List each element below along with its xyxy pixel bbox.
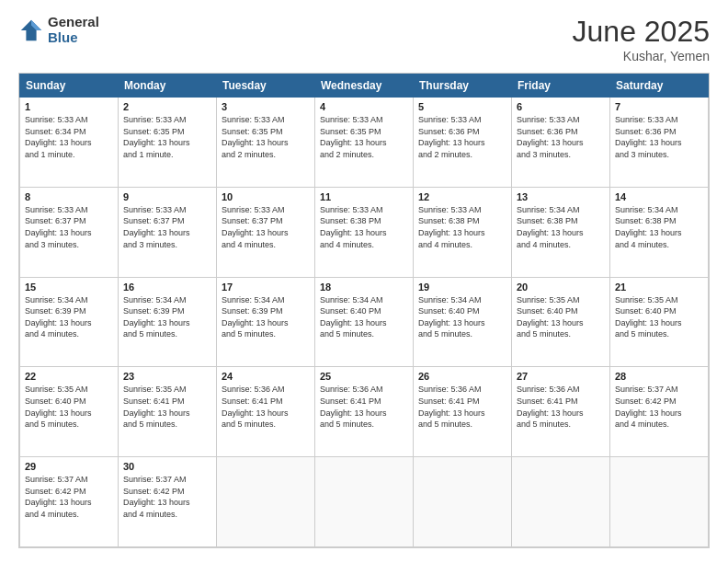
calendar-header: SundayMondayTuesdayWednesdayThursdayFrid… bbox=[20, 75, 709, 98]
logo-text: General Blue bbox=[48, 15, 99, 45]
day-cell: 8Sunrise: 5:33 AM Sunset: 6:37 PM Daylig… bbox=[20, 187, 119, 277]
day-cell: 1Sunrise: 5:33 AM Sunset: 6:34 PM Daylig… bbox=[20, 98, 119, 188]
day-cell: 15Sunrise: 5:34 AM Sunset: 6:39 PM Dayli… bbox=[20, 277, 119, 367]
day-info: Sunrise: 5:34 AM Sunset: 6:40 PM Dayligh… bbox=[320, 294, 408, 340]
day-cell: 2Sunrise: 5:33 AM Sunset: 6:35 PM Daylig… bbox=[119, 98, 217, 188]
logo-icon bbox=[18, 17, 44, 43]
day-cell bbox=[217, 457, 315, 547]
location: Kushar, Yemen bbox=[573, 49, 710, 63]
day-info: Sunrise: 5:34 AM Sunset: 6:38 PM Dayligh… bbox=[615, 204, 703, 250]
week-row-3: 22Sunrise: 5:35 AM Sunset: 6:40 PM Dayli… bbox=[20, 367, 709, 457]
day-info: Sunrise: 5:35 AM Sunset: 6:40 PM Dayligh… bbox=[615, 294, 703, 340]
day-cell: 7Sunrise: 5:33 AM Sunset: 6:36 PM Daylig… bbox=[610, 98, 709, 188]
day-number: 29 bbox=[25, 461, 113, 472]
day-info: Sunrise: 5:35 AM Sunset: 6:41 PM Dayligh… bbox=[123, 384, 211, 430]
day-number: 19 bbox=[418, 282, 506, 293]
day-cell: 28Sunrise: 5:37 AM Sunset: 6:42 PM Dayli… bbox=[610, 367, 709, 457]
day-cell: 4Sunrise: 5:33 AM Sunset: 6:35 PM Daylig… bbox=[315, 98, 414, 188]
day-number: 26 bbox=[418, 371, 506, 382]
week-row-2: 15Sunrise: 5:34 AM Sunset: 6:39 PM Dayli… bbox=[20, 277, 709, 367]
day-cell: 16Sunrise: 5:34 AM Sunset: 6:39 PM Dayli… bbox=[119, 277, 217, 367]
day-cell bbox=[315, 457, 414, 547]
week-row-4: 29Sunrise: 5:37 AM Sunset: 6:42 PM Dayli… bbox=[20, 457, 709, 547]
day-number: 5 bbox=[418, 101, 506, 112]
header-day-thursday: Thursday bbox=[414, 75, 512, 98]
day-number: 27 bbox=[517, 371, 605, 382]
day-number: 13 bbox=[517, 191, 605, 202]
day-cell: 19Sunrise: 5:34 AM Sunset: 6:40 PM Dayli… bbox=[414, 277, 512, 367]
day-number: 20 bbox=[517, 282, 605, 293]
day-cell: 30Sunrise: 5:37 AM Sunset: 6:42 PM Dayli… bbox=[119, 457, 217, 547]
day-number: 9 bbox=[123, 191, 211, 202]
day-number: 7 bbox=[615, 101, 703, 112]
day-info: Sunrise: 5:33 AM Sunset: 6:35 PM Dayligh… bbox=[123, 114, 211, 160]
header-day-friday: Friday bbox=[512, 75, 610, 98]
day-cell: 12Sunrise: 5:33 AM Sunset: 6:38 PM Dayli… bbox=[414, 187, 512, 277]
day-info: Sunrise: 5:36 AM Sunset: 6:41 PM Dayligh… bbox=[320, 384, 408, 430]
header-day-tuesday: Tuesday bbox=[217, 75, 315, 98]
day-info: Sunrise: 5:33 AM Sunset: 6:36 PM Dayligh… bbox=[418, 114, 506, 160]
week-row-1: 8Sunrise: 5:33 AM Sunset: 6:37 PM Daylig… bbox=[20, 187, 709, 277]
day-number: 23 bbox=[123, 371, 211, 382]
day-info: Sunrise: 5:33 AM Sunset: 6:35 PM Dayligh… bbox=[320, 114, 408, 160]
day-cell bbox=[610, 457, 709, 547]
day-info: Sunrise: 5:34 AM Sunset: 6:38 PM Dayligh… bbox=[517, 204, 605, 250]
day-info: Sunrise: 5:36 AM Sunset: 6:41 PM Dayligh… bbox=[418, 384, 506, 430]
calendar: SundayMondayTuesdayWednesdayThursdayFrid… bbox=[18, 73, 710, 548]
day-cell: 5Sunrise: 5:33 AM Sunset: 6:36 PM Daylig… bbox=[414, 98, 512, 188]
day-number: 6 bbox=[517, 101, 605, 112]
day-number: 4 bbox=[320, 101, 408, 112]
day-info: Sunrise: 5:34 AM Sunset: 6:39 PM Dayligh… bbox=[25, 294, 113, 340]
day-info: Sunrise: 5:33 AM Sunset: 6:35 PM Dayligh… bbox=[222, 114, 310, 160]
day-cell: 29Sunrise: 5:37 AM Sunset: 6:42 PM Dayli… bbox=[20, 457, 119, 547]
day-number: 10 bbox=[222, 191, 310, 202]
day-number: 21 bbox=[615, 282, 703, 293]
header: General Blue June 2025 Kushar, Yemen bbox=[18, 15, 710, 63]
day-info: Sunrise: 5:33 AM Sunset: 6:36 PM Dayligh… bbox=[615, 114, 703, 160]
day-info: Sunrise: 5:34 AM Sunset: 6:39 PM Dayligh… bbox=[123, 294, 211, 340]
day-number: 3 bbox=[222, 101, 310, 112]
day-cell: 11Sunrise: 5:33 AM Sunset: 6:38 PM Dayli… bbox=[315, 187, 414, 277]
day-info: Sunrise: 5:33 AM Sunset: 6:37 PM Dayligh… bbox=[123, 204, 211, 250]
day-number: 30 bbox=[123, 461, 211, 472]
day-number: 11 bbox=[320, 191, 408, 202]
day-info: Sunrise: 5:33 AM Sunset: 6:34 PM Dayligh… bbox=[25, 114, 113, 160]
day-number: 28 bbox=[615, 371, 703, 382]
header-day-monday: Monday bbox=[119, 75, 217, 98]
day-info: Sunrise: 5:35 AM Sunset: 6:40 PM Dayligh… bbox=[517, 294, 605, 340]
day-cell bbox=[414, 457, 512, 547]
day-cell: 27Sunrise: 5:36 AM Sunset: 6:41 PM Dayli… bbox=[512, 367, 610, 457]
page: General Blue June 2025 Kushar, Yemen Sun… bbox=[0, 0, 728, 563]
day-number: 18 bbox=[320, 282, 408, 293]
logo-blue-text: Blue bbox=[48, 30, 99, 46]
day-number: 17 bbox=[222, 282, 310, 293]
day-number: 12 bbox=[418, 191, 506, 202]
header-day-sunday: Sunday bbox=[20, 75, 119, 98]
day-cell: 22Sunrise: 5:35 AM Sunset: 6:40 PM Dayli… bbox=[20, 367, 119, 457]
header-day-saturday: Saturday bbox=[610, 75, 709, 98]
day-info: Sunrise: 5:33 AM Sunset: 6:37 PM Dayligh… bbox=[222, 204, 310, 250]
day-info: Sunrise: 5:34 AM Sunset: 6:40 PM Dayligh… bbox=[418, 294, 506, 340]
day-cell bbox=[512, 457, 610, 547]
day-info: Sunrise: 5:35 AM Sunset: 6:40 PM Dayligh… bbox=[25, 384, 113, 430]
day-cell: 25Sunrise: 5:36 AM Sunset: 6:41 PM Dayli… bbox=[315, 367, 414, 457]
day-cell: 24Sunrise: 5:36 AM Sunset: 6:41 PM Dayli… bbox=[217, 367, 315, 457]
day-cell: 10Sunrise: 5:33 AM Sunset: 6:37 PM Dayli… bbox=[217, 187, 315, 277]
logo: General Blue bbox=[18, 15, 99, 45]
day-info: Sunrise: 5:34 AM Sunset: 6:39 PM Dayligh… bbox=[222, 294, 310, 340]
day-cell: 17Sunrise: 5:34 AM Sunset: 6:39 PM Dayli… bbox=[217, 277, 315, 367]
day-info: Sunrise: 5:37 AM Sunset: 6:42 PM Dayligh… bbox=[123, 474, 211, 520]
day-info: Sunrise: 5:33 AM Sunset: 6:38 PM Dayligh… bbox=[418, 204, 506, 250]
day-cell: 21Sunrise: 5:35 AM Sunset: 6:40 PM Dayli… bbox=[610, 277, 709, 367]
title-block: June 2025 Kushar, Yemen bbox=[573, 15, 710, 63]
day-number: 24 bbox=[222, 371, 310, 382]
day-info: Sunrise: 5:33 AM Sunset: 6:38 PM Dayligh… bbox=[320, 204, 408, 250]
day-number: 14 bbox=[615, 191, 703, 202]
day-cell: 3Sunrise: 5:33 AM Sunset: 6:35 PM Daylig… bbox=[217, 98, 315, 188]
day-info: Sunrise: 5:36 AM Sunset: 6:41 PM Dayligh… bbox=[222, 384, 310, 430]
day-number: 8 bbox=[25, 191, 113, 202]
day-cell: 26Sunrise: 5:36 AM Sunset: 6:41 PM Dayli… bbox=[414, 367, 512, 457]
day-number: 22 bbox=[25, 371, 113, 382]
day-number: 2 bbox=[123, 101, 211, 112]
day-cell: 20Sunrise: 5:35 AM Sunset: 6:40 PM Dayli… bbox=[512, 277, 610, 367]
